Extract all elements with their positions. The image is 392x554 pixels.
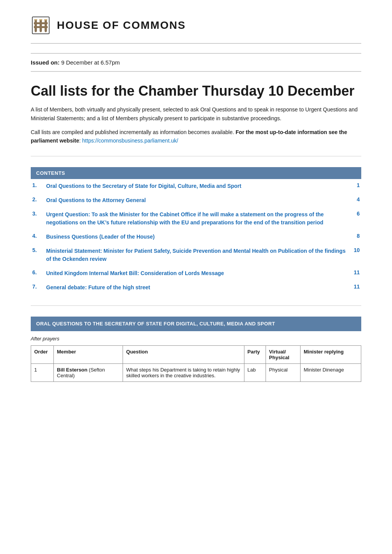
contents-num: 5. (31, 244, 45, 266)
section-divider-1 (31, 156, 361, 156)
contents-header: CONTENTS (31, 167, 361, 179)
contents-row: 4. Business Questions (Leader of the Hou… (31, 230, 361, 244)
questions-table: Order Member Question Party Virtual/ Phy… (31, 345, 361, 382)
issued-value: 9 December at 6.57pm (61, 59, 120, 66)
contents-page-num: 1 (350, 179, 361, 193)
intro-prefix: Call lists are compiled and published in… (31, 129, 236, 135)
parliament-link[interactable]: https://commonsbusiness.parliament.uk/ (82, 138, 178, 144)
contents-num: 6. (31, 266, 45, 280)
site-title: House of Commons (57, 19, 186, 32)
table-header-row: Order Member Question Party Virtual/ Phy… (31, 345, 361, 363)
intro-sep: : (79, 138, 82, 144)
col-minister-header: Minister replying (301, 345, 361, 363)
cell-virtual: Physical (266, 363, 301, 381)
contents-item-text[interactable]: Oral Questions to the Secretary of State… (45, 179, 350, 193)
contents-num: 4. (31, 230, 45, 244)
contents-page-num: 6 (350, 207, 361, 230)
contents-row: 6. United Kingdom Internal Market Bill: … (31, 266, 361, 280)
contents-page-num: 8 (350, 230, 361, 244)
svg-rect-2 (40, 19, 42, 32)
svg-rect-5 (34, 26, 48, 28)
issued-label-text: Issued on: (31, 59, 60, 66)
intro-paragraph-1: A list of Members, both virtually and ph… (31, 105, 361, 123)
svg-rect-7 (39, 19, 42, 20)
cell-party: Lab (244, 363, 266, 381)
contents-item-text[interactable]: Oral Questions to the Attorney General (45, 193, 350, 207)
cell-order: 1 (31, 363, 54, 381)
contents-page-num: 11 (350, 266, 361, 280)
section1-header: ORAL QUESTIONS TO THE SECRETARY OF STATE… (31, 317, 361, 331)
contents-row: 5. Ministerial Statement: Minister for P… (31, 244, 361, 266)
after-prayers: After prayers (31, 336, 361, 342)
section-divider-2 (31, 305, 361, 306)
page-container: House of Commons Issued on: 9 December a… (0, 0, 392, 397)
svg-point-11 (45, 31, 47, 32)
contents-item-text[interactable]: General debate: Future of the high stree… (45, 280, 350, 295)
contents-num: 7. (31, 280, 45, 295)
contents-table: 1. Oral Questions to the Secretary of St… (31, 179, 361, 295)
contents-item-text[interactable]: United Kingdom Internal Market Bill: Con… (45, 266, 350, 280)
contents-item-text[interactable]: Urgent Question: To ask the Minister for… (45, 207, 350, 230)
cell-minister: Minister Dinenage (301, 363, 361, 381)
svg-rect-4 (34, 22, 48, 24)
contents-num: 2. (31, 193, 45, 207)
issued-label: Issued on: 9 December at 6.57pm (31, 59, 120, 66)
contents-num: 1. (31, 179, 45, 193)
contents-page-num: 10 (350, 244, 361, 266)
contents-row: 2. Oral Questions to the Attorney Genera… (31, 193, 361, 207)
main-title: Call lists for the Chamber Thursday 10 D… (31, 83, 361, 99)
col-question-header: Question (123, 345, 244, 363)
contents-page-num: 11 (350, 280, 361, 295)
issued-bar: Issued on: 9 December at 6.57pm (31, 53, 361, 72)
svg-point-10 (40, 31, 42, 32)
cell-member: Bill Esterson (Sefton Central) (54, 363, 123, 381)
hoc-logo (31, 15, 51, 35)
title-part1: House (57, 19, 99, 31)
member-name: Bill Esterson (57, 367, 87, 373)
title-part2: of (99, 19, 123, 31)
svg-rect-3 (45, 19, 47, 32)
svg-rect-1 (35, 19, 37, 32)
contents-row: 7. General debate: Future of the high st… (31, 280, 361, 295)
cell-question: What steps his Department is taking to r… (123, 363, 244, 381)
contents-page-num: 4 (350, 193, 361, 207)
page-header: House of Commons (31, 15, 361, 44)
contents-item-text[interactable]: Ministerial Statement: Minister for Pati… (45, 244, 350, 266)
col-order-header: Order (31, 345, 54, 363)
table-row: 1 Bill Esterson (Sefton Central) What st… (31, 363, 361, 381)
title-part3: Commons (123, 19, 186, 31)
svg-point-9 (35, 31, 37, 32)
contents-row: 3. Urgent Question: To ask the Minister … (31, 207, 361, 230)
col-virtual-header: Virtual/ Physical (266, 345, 301, 363)
contents-section: CONTENTS 1. Oral Questions to the Secret… (31, 167, 361, 295)
contents-row: 1. Oral Questions to the Secretary of St… (31, 179, 361, 193)
col-party-header: Party (244, 345, 266, 363)
contents-item-text[interactable]: Business Questions (Leader of the House) (45, 230, 350, 244)
intro-paragraph-2: Call lists are compiled and published in… (31, 128, 361, 145)
svg-rect-8 (44, 19, 47, 20)
col-member-header: Member (54, 345, 123, 363)
contents-num: 3. (31, 207, 45, 230)
svg-rect-6 (34, 19, 37, 20)
